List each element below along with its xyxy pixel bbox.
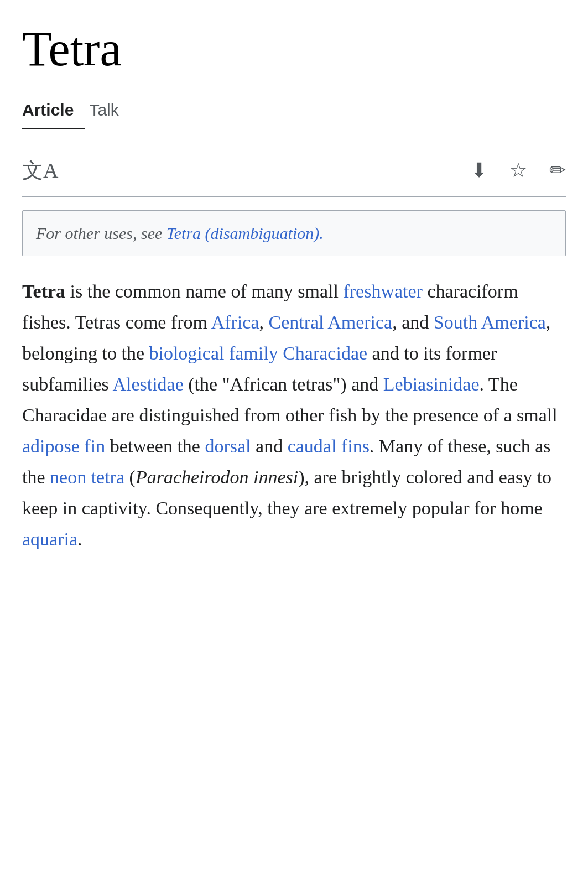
- neon-tetra-link[interactable]: neon tetra: [50, 467, 124, 487]
- caudal-fins-link[interactable]: caudal fins: [288, 436, 370, 456]
- toolbar-left: 文A: [22, 155, 58, 186]
- tab-talk[interactable]: Talk: [89, 92, 129, 129]
- dorsal-link[interactable]: dorsal: [205, 436, 251, 456]
- hatnote-link[interactable]: Tetra (disambiguation).: [166, 224, 324, 242]
- africa-link[interactable]: Africa: [211, 312, 259, 332]
- article-body: Tetra is the common name of many small f…: [22, 276, 566, 555]
- translate-icon[interactable]: 文A: [22, 155, 58, 186]
- download-icon[interactable]: ⬇: [471, 155, 487, 185]
- alestidae-link[interactable]: Alestidae: [112, 374, 183, 394]
- biological-family-link[interactable]: biological family Characidae: [149, 343, 367, 363]
- tabs-bar: Article Talk: [22, 92, 566, 129]
- scientific-name: Paracheirodon innesi: [136, 467, 298, 487]
- adipose-fin-link[interactable]: adipose fin: [22, 436, 105, 456]
- toolbar-right: ⬇ ☆ ✏: [471, 155, 566, 185]
- tetra-bold: Tetra: [22, 281, 65, 301]
- hatnote: For other uses, see Tetra (disambiguatio…: [22, 210, 566, 256]
- page-wrapper: Tetra Article Talk 文A ⬇ ☆ ✏ For other us…: [0, 0, 588, 588]
- star-icon[interactable]: ☆: [509, 155, 527, 185]
- tab-article[interactable]: Article: [22, 92, 85, 129]
- toolbar: 文A ⬇ ☆ ✏: [22, 145, 566, 197]
- edit-icon[interactable]: ✏: [549, 155, 566, 185]
- aquaria-link[interactable]: aquaria: [22, 529, 77, 549]
- hatnote-text-before: For other uses, see: [36, 224, 166, 242]
- page-title: Tetra: [22, 20, 566, 79]
- lebiasinidae-link[interactable]: Lebiasinidae: [383, 374, 480, 394]
- article-intro: Tetra is the common name of many small f…: [22, 276, 566, 555]
- central-america-link[interactable]: Central America: [268, 312, 392, 332]
- freshwater-link[interactable]: freshwater: [343, 281, 422, 301]
- south-america-link[interactable]: South America: [434, 312, 546, 332]
